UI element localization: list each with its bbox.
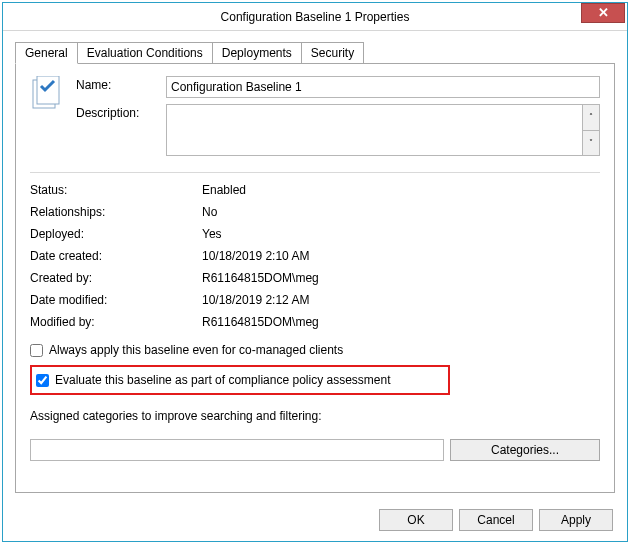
- tab-security[interactable]: Security: [301, 42, 364, 63]
- titlebar: Configuration Baseline 1 Properties ✕: [3, 3, 627, 31]
- date-created-value: 10/18/2019 2:10 AM: [202, 249, 309, 263]
- created-by-label: Created by:: [30, 271, 202, 285]
- status-value: Enabled: [202, 183, 246, 197]
- info-date-modified: Date modified: 10/18/2019 2:12 AM: [30, 289, 600, 311]
- info-deployed: Deployed: Yes: [30, 223, 600, 245]
- deployed-value: Yes: [202, 227, 222, 241]
- categories-button[interactable]: Categories...: [450, 439, 600, 461]
- created-by-value: R61164815DOM\meg: [202, 271, 319, 285]
- name-label: Name:: [76, 76, 166, 92]
- categories-field[interactable]: [30, 439, 444, 461]
- tabstrip: General Evaluation Conditions Deployment…: [15, 41, 615, 63]
- modified-by-label: Modified by:: [30, 315, 202, 329]
- description-label: Description:: [76, 104, 166, 120]
- baseline-icon: [30, 76, 64, 112]
- window-title: Configuration Baseline 1 Properties: [3, 10, 627, 24]
- modified-by-value: R61164815DOM\meg: [202, 315, 319, 329]
- apply-button[interactable]: Apply: [539, 509, 613, 531]
- description-scroll: ˄ ˅: [582, 104, 600, 156]
- tab-deployments[interactable]: Deployments: [212, 42, 302, 63]
- status-label: Status:: [30, 183, 202, 197]
- info-created-by: Created by: R61164815DOM\meg: [30, 267, 600, 289]
- tab-general[interactable]: General: [15, 42, 78, 64]
- evaluate-label: Evaluate this baseline as part of compli…: [55, 373, 391, 387]
- tab-panel-general: Name: Description: ˄ ˅: [15, 63, 615, 493]
- ok-button[interactable]: OK: [379, 509, 453, 531]
- highlight-box: Evaluate this baseline as part of compli…: [30, 365, 450, 395]
- info-modified-by: Modified by: R61164815DOM\meg: [30, 311, 600, 333]
- tab-evaluation-conditions[interactable]: Evaluation Conditions: [77, 42, 213, 63]
- info-relationships: Relationships: No: [30, 201, 600, 223]
- assigned-categories-label: Assigned categories to improve searching…: [30, 409, 600, 423]
- always-apply-label: Always apply this baseline even for co-m…: [49, 343, 343, 357]
- dialog-body: General Evaluation Conditions Deployment…: [3, 31, 627, 501]
- dialog-window: Configuration Baseline 1 Properties ✕ Ge…: [2, 2, 628, 542]
- scroll-up-icon[interactable]: ˄: [582, 104, 600, 131]
- always-apply-row: Always apply this baseline even for co-m…: [30, 343, 600, 357]
- info-status: Status: Enabled: [30, 179, 600, 201]
- close-button[interactable]: ✕: [581, 3, 625, 23]
- scroll-down-icon[interactable]: ˅: [582, 131, 600, 157]
- name-input[interactable]: [166, 76, 600, 98]
- description-input[interactable]: [166, 104, 582, 156]
- info-date-created: Date created: 10/18/2019 2:10 AM: [30, 245, 600, 267]
- relationships-label: Relationships:: [30, 205, 202, 219]
- separator: [30, 172, 600, 173]
- date-modified-label: Date modified:: [30, 293, 202, 307]
- always-apply-checkbox[interactable]: [30, 344, 43, 357]
- svg-rect-1: [37, 76, 59, 104]
- cancel-button[interactable]: Cancel: [459, 509, 533, 531]
- date-modified-value: 10/18/2019 2:12 AM: [202, 293, 309, 307]
- deployed-label: Deployed:: [30, 227, 202, 241]
- button-bar: OK Cancel Apply: [3, 501, 627, 541]
- relationships-value: No: [202, 205, 217, 219]
- date-created-label: Date created:: [30, 249, 202, 263]
- evaluate-checkbox[interactable]: [36, 374, 49, 387]
